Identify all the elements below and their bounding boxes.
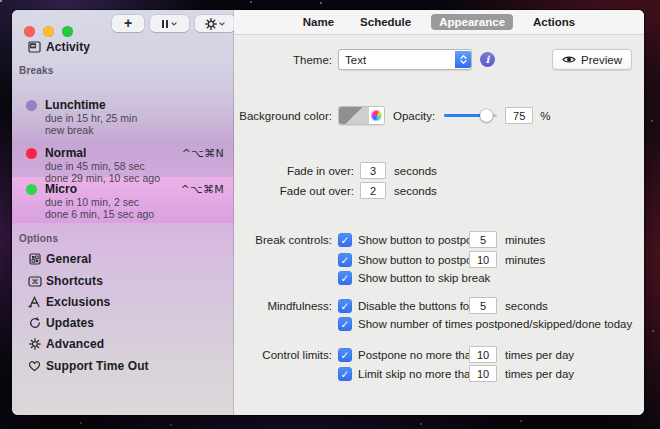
tab-name[interactable]: Name — [297, 14, 340, 30]
opacity-field[interactable] — [505, 107, 533, 124]
unit-label: minutes — [505, 234, 545, 246]
theme-label: Theme: — [234, 54, 332, 66]
sidebar-item-activity[interactable]: Activity — [12, 39, 233, 55]
break-item-normal[interactable]: Normal ^⌥⌘N due in 45 min, 58 sec done 2… — [12, 147, 233, 187]
mindfulness-row-2: ✓ Show number of times postponed/skipped… — [234, 317, 644, 331]
color-swatch — [339, 107, 369, 124]
sidebar-item-label: Exclusions — [46, 295, 110, 309]
color-wheel-icon — [369, 107, 384, 124]
postpone-5-field[interactable] — [469, 231, 497, 248]
break-controls-row-1: Break controls: ✓ Show button to postpon… — [234, 231, 644, 248]
general-icon — [27, 252, 42, 266]
sidebar-item-label: Support Time Out — [46, 359, 149, 373]
tab-schedule[interactable]: Schedule — [354, 14, 417, 30]
svg-text:⌘: ⌘ — [31, 278, 38, 286]
break-item-micro[interactable]: Micro ^⌥⌘M due in 10 min, 2 sec done 6 m… — [12, 183, 233, 223]
opacity-unit: % — [540, 110, 550, 122]
checkbox-postpone-limit[interactable]: ✓ — [338, 348, 352, 362]
break-name: Micro — [45, 182, 77, 196]
theme-popup-value: Text — [339, 54, 455, 66]
fade-in-row: Fade in over: seconds — [234, 162, 644, 179]
pause-menu-button[interactable] — [150, 15, 189, 32]
info-button[interactable]: i — [480, 52, 495, 67]
break-name: Normal — [45, 146, 86, 160]
postpone-limit-field[interactable] — [469, 346, 497, 363]
theme-popup[interactable]: Text — [338, 49, 472, 70]
disable-buttons-field[interactable] — [469, 297, 497, 314]
background-color-well[interactable] — [338, 106, 385, 125]
plus-icon: + — [124, 16, 132, 31]
checkbox-disable-buttons[interactable]: ✓ — [338, 299, 352, 313]
sidebar-item-general[interactable]: General — [12, 251, 233, 267]
sidebar-item-label: General — [46, 252, 91, 266]
break-color-dot — [26, 100, 37, 111]
popup-stepper-icon — [455, 51, 471, 68]
tab-appearance[interactable]: Appearance — [431, 14, 513, 30]
slider-thumb[interactable] — [480, 109, 493, 122]
sidebar-item-advanced[interactable]: Advanced — [12, 336, 233, 352]
sidebar-item-label: Activity — [46, 40, 90, 54]
shortcuts-icon: ⌘ — [27, 274, 42, 288]
control-limits-row-2: ✓ Limit skip no more than times per day — [234, 365, 644, 382]
sidebar-item-updates[interactable]: Updates — [12, 315, 233, 331]
fade-out-row: Fade out over: seconds — [234, 182, 644, 199]
fade-out-unit: seconds — [394, 185, 437, 197]
tab-bar: Name Schedule Appearance Actions — [234, 10, 644, 35]
sidebar-item-exclusions[interactable]: Exclusions — [12, 294, 233, 310]
opacity-slider[interactable] — [444, 109, 497, 122]
close-button[interactable] — [24, 26, 35, 37]
break-color-dot — [26, 184, 37, 195]
unit-label: minutes — [505, 254, 545, 266]
add-break-button[interactable]: + — [112, 15, 144, 32]
checkbox-label: Show button to postpone — [358, 254, 469, 266]
postpone-10-field[interactable] — [469, 251, 497, 268]
opacity-label: Opacity: — [393, 110, 435, 122]
break-due: due in 45 min, 58 sec — [45, 160, 145, 172]
eye-icon — [562, 55, 576, 64]
background-color-row: Background color: Opacity: % — [234, 106, 644, 125]
appearance-panel: Theme: Text i Preview Background color: — [234, 35, 644, 415]
sidebar-item-shortcuts[interactable]: ⌘ Shortcuts — [12, 273, 233, 289]
fade-in-label: Fade in over: — [234, 165, 354, 177]
fade-in-unit: seconds — [394, 165, 437, 177]
exclusions-icon — [27, 295, 42, 309]
checkbox-skip-break[interactable]: ✓ — [338, 271, 352, 285]
unit-label: seconds — [505, 300, 548, 312]
gear-icon — [27, 337, 42, 351]
break-controls-row-2: ✓ Show button to postpone minutes — [234, 251, 644, 268]
checkbox-show-counts[interactable]: ✓ — [338, 317, 352, 331]
mindfulness-label: Mindfulness: — [234, 300, 332, 312]
desktop-stars — [0, 0, 2, 2]
checkbox-label: Show button to postpone — [358, 234, 469, 246]
break-item-lunchtime[interactable]: Lunchtime due in 15 hr, 25 min new break — [12, 99, 233, 139]
minimize-button[interactable] — [43, 26, 54, 37]
fade-out-field[interactable] — [360, 182, 386, 199]
sidebar-item-support[interactable]: Support Time Out — [12, 358, 233, 374]
fade-in-field[interactable] — [360, 162, 386, 179]
break-due: due in 15 hr, 25 min — [45, 112, 137, 124]
break-shortcut: ^⌥⌘M — [180, 183, 224, 196]
checkbox-skip-limit[interactable]: ✓ — [338, 367, 352, 381]
fade-out-label: Fade out over: — [234, 185, 354, 197]
preview-label: Preview — [581, 54, 622, 66]
breaks-section-header: Breaks — [19, 65, 54, 76]
zoom-button[interactable] — [62, 26, 73, 37]
options-section-header: Options — [19, 233, 58, 244]
control-limits-row-1: Control limits: ✓ Postpone no more than … — [234, 346, 644, 363]
preview-button[interactable]: Preview — [552, 49, 632, 70]
sidebar-item-label: Updates — [46, 316, 94, 330]
heart-icon — [27, 359, 42, 373]
action-menu-button[interactable] — [195, 15, 235, 32]
break-controls-row-3: ✓ Show button to skip break — [234, 271, 644, 285]
skip-limit-field[interactable] — [469, 365, 497, 382]
checkbox-postpone-10[interactable]: ✓ — [338, 253, 352, 267]
checkbox-label: Limit skip no more than — [358, 368, 469, 380]
mindfulness-row-1: Mindfulness: ✓ Disable the buttons for s… — [234, 297, 644, 314]
checkbox-label: Disable the buttons for — [358, 300, 469, 312]
window-controls — [24, 26, 73, 37]
tab-actions[interactable]: Actions — [527, 14, 581, 30]
break-status: done 6 min, 15 sec ago — [45, 208, 154, 220]
checkbox-postpone-5[interactable]: ✓ — [338, 233, 352, 247]
checkbox-label: Show number of times postponed/skipped/d… — [358, 318, 632, 330]
chevron-down-icon — [219, 22, 225, 26]
